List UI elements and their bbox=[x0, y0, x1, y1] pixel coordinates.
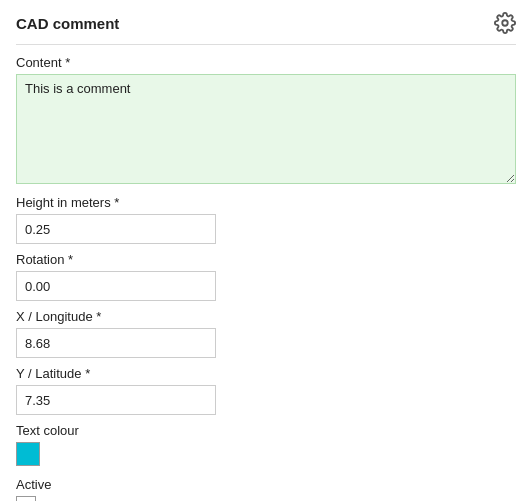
content-label: Content bbox=[16, 55, 516, 70]
x-field-group: X / Longitude bbox=[16, 309, 516, 358]
panel-header: CAD comment bbox=[16, 12, 516, 34]
active-label: Active bbox=[16, 477, 516, 492]
content-field-group: Content This is a comment bbox=[16, 55, 516, 187]
gear-icon[interactable] bbox=[494, 12, 516, 34]
cad-comment-panel: CAD comment Content This is a comment He… bbox=[0, 0, 532, 501]
height-input[interactable] bbox=[16, 214, 216, 244]
height-label: Height in meters bbox=[16, 195, 516, 210]
rotation-label: Rotation bbox=[16, 252, 516, 267]
x-input[interactable] bbox=[16, 328, 216, 358]
y-field-group: Y / Latitude bbox=[16, 366, 516, 415]
active-checkbox[interactable]: ✓ bbox=[16, 496, 36, 501]
x-label: X / Longitude bbox=[16, 309, 516, 324]
height-field-group: Height in meters bbox=[16, 195, 516, 244]
active-field-group: Active ✓ bbox=[16, 477, 516, 501]
header-divider bbox=[16, 44, 516, 45]
rotation-input[interactable] bbox=[16, 271, 216, 301]
rotation-field-group: Rotation bbox=[16, 252, 516, 301]
text-colour-label: Text colour bbox=[16, 423, 516, 438]
y-input[interactable] bbox=[16, 385, 216, 415]
text-colour-field-group: Text colour bbox=[16, 423, 516, 469]
panel-title: CAD comment bbox=[16, 15, 119, 32]
active-checkbox-wrapper: ✓ bbox=[16, 496, 516, 501]
svg-point-0 bbox=[502, 20, 508, 26]
text-colour-swatch[interactable] bbox=[16, 442, 40, 466]
y-label: Y / Latitude bbox=[16, 366, 516, 381]
content-textarea[interactable]: This is a comment bbox=[16, 74, 516, 184]
